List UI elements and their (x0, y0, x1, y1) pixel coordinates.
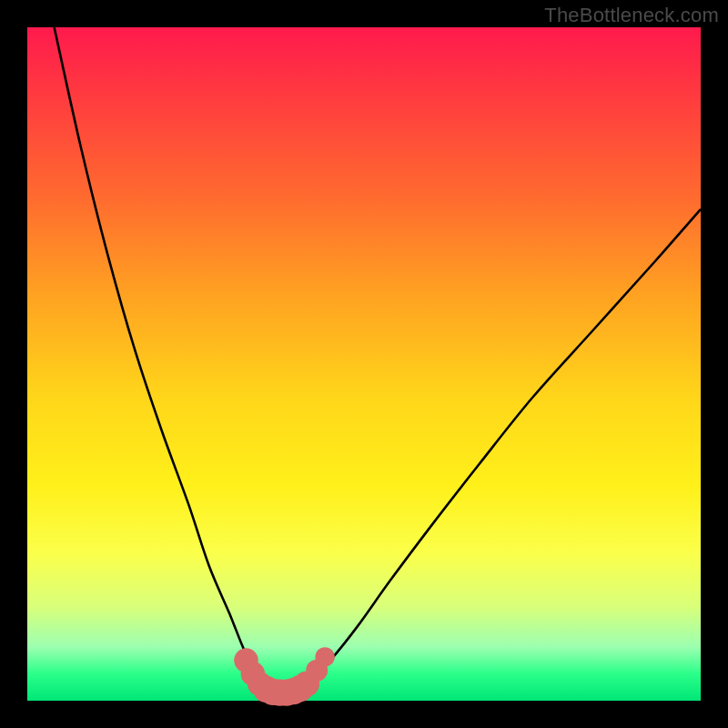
bottleneck-curve (55, 27, 701, 691)
highlight-dot (315, 647, 334, 666)
chart-frame: TheBottleneck.com (0, 0, 728, 728)
watermark-text: TheBottleneck.com (544, 4, 719, 27)
gradient-plot-area (27, 27, 701, 701)
highlight-dots-group (234, 647, 335, 706)
curve-svg (27, 27, 701, 701)
